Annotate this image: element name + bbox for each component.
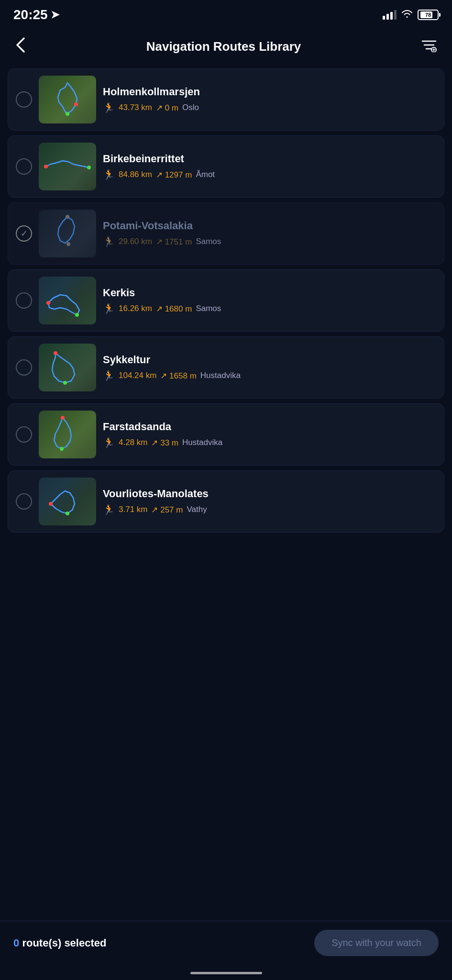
svg-point-10 (66, 215, 69, 219)
route-checkbox-1[interactable] (16, 91, 32, 108)
route-map-6 (39, 411, 96, 458)
routes-list: Holmenkollmarsjen 🏃 43.73 km ↗ 0 m Oslo … (0, 68, 452, 590)
route-map-7 (39, 478, 96, 525)
location-icon: ➤ (51, 9, 59, 21)
svg-point-14 (54, 351, 57, 355)
route-name-4: Kerkis (103, 287, 436, 299)
svg-point-11 (66, 242, 70, 246)
route-info-3: Potami-Votsalakia 🏃 29.60 km ↗ 1751 m Sa… (103, 220, 436, 247)
route-info-6: Farstadsanda 🏃 4.28 km ↗ 33 m Hustadvika (103, 421, 436, 448)
filter-button[interactable] (419, 37, 439, 57)
status-icons: 78 (383, 10, 439, 21)
route-card[interactable]: Holmenkollmarsjen 🏃 43.73 km ↗ 0 m Oslo (8, 68, 444, 131)
route-map-4 (39, 277, 96, 324)
checkmark-icon: ✓ (21, 228, 28, 239)
route-card[interactable]: Birkebeinerrittet 🏃 84.86 km ↗ 1297 m Åm… (8, 135, 444, 198)
route-map-2 (39, 143, 96, 190)
route-name-5: Sykkeltur (103, 354, 436, 366)
route-name-1: Holmenkollmarsjen (103, 86, 436, 98)
route-name-7: Vourliotes-Manolates (103, 488, 436, 500)
wifi-icon (401, 10, 413, 21)
route-info-2: Birkebeinerrittet 🏃 84.86 km ↗ 1297 m Åm… (103, 153, 436, 180)
svg-point-9 (87, 166, 91, 169)
route-card[interactable]: Kerkis 🏃 16.26 km ↗ 1680 m Samos (8, 269, 444, 332)
route-info-7: Vourliotes-Manolates 🏃 3.71 km ↗ 257 m V… (103, 488, 436, 515)
route-info-1: Holmenkollmarsjen 🏃 43.73 km ↗ 0 m Oslo (103, 86, 436, 113)
svg-point-17 (60, 447, 64, 451)
runner-icon: 🏃 (103, 504, 115, 515)
runner-icon: 🏃 (103, 236, 115, 247)
status-bar: 20:25 ➤ 78 (0, 0, 452, 27)
battery-icon: 78 (418, 10, 439, 20)
route-stats-5: 🏃 104.24 km ↗ 1658 m Hustadvika (103, 370, 436, 381)
route-checkbox-2[interactable] (16, 158, 32, 175)
route-name-2: Birkebeinerrittet (103, 153, 436, 165)
route-stats-6: 🏃 4.28 km ↗ 33 m Hustadvika (103, 437, 436, 448)
route-card[interactable]: Farstadsanda 🏃 4.28 km ↗ 33 m Hustadvika (8, 403, 444, 466)
runner-icon: 🏃 (103, 370, 115, 381)
svg-point-19 (66, 512, 69, 515)
signal-bars (383, 10, 397, 20)
status-time: 20:25 ➤ (13, 7, 59, 22)
route-checkbox-7[interactable] (16, 493, 32, 510)
route-stats-3: 🏃 29.60 km ↗ 1751 m Samos (103, 236, 436, 247)
route-checkbox-4[interactable] (16, 292, 32, 309)
route-checkbox-5[interactable] (16, 359, 32, 376)
route-name-3: Potami-Votsalakia (103, 220, 436, 232)
svg-point-6 (66, 112, 69, 116)
route-stats-4: 🏃 16.26 km ↗ 1680 m Samos (103, 303, 436, 314)
home-indicator (190, 972, 262, 974)
svg-point-13 (75, 313, 79, 317)
runner-icon: 🏃 (103, 437, 115, 448)
page-title: Navigation Routes Library (28, 39, 419, 54)
runner-icon: 🏃 (103, 169, 115, 180)
route-map-5 (39, 344, 96, 391)
route-stats-7: 🏃 3.71 km ↗ 257 m Vathy (103, 504, 436, 515)
route-checkbox-6[interactable] (16, 426, 32, 443)
route-info-4: Kerkis 🏃 16.26 km ↗ 1680 m Samos (103, 287, 436, 314)
route-checkbox-3[interactable]: ✓ (16, 225, 32, 242)
route-card[interactable]: ✓ Potami-Votsalakia 🏃 29.60 km ↗ 1751 m … (8, 202, 444, 265)
route-card[interactable]: Sykkeltur 🏃 104.24 km ↗ 1658 m Hustadvik… (8, 336, 444, 399)
route-card[interactable]: Vourliotes-Manolates 🏃 3.71 km ↗ 257 m V… (8, 470, 444, 533)
back-button[interactable] (13, 34, 28, 59)
svg-point-8 (44, 165, 48, 168)
runner-icon: 🏃 (103, 102, 115, 113)
runner-icon: 🏃 (103, 303, 115, 314)
svg-point-18 (49, 502, 53, 506)
bottom-bar: 0 route(s) selected Sync with your watch (0, 921, 452, 980)
route-map-3 (39, 210, 96, 257)
route-name-6: Farstadsanda (103, 421, 436, 433)
sync-button[interactable]: Sync with your watch (314, 930, 439, 956)
route-stats-1: 🏃 43.73 km ↗ 0 m Oslo (103, 102, 436, 113)
svg-point-16 (61, 416, 65, 420)
header: Navigation Routes Library (0, 27, 452, 68)
route-info-5: Sykkeltur 🏃 104.24 km ↗ 1658 m Hustadvik… (103, 354, 436, 381)
svg-point-15 (63, 381, 67, 385)
route-stats-2: 🏃 84.86 km ↗ 1297 m Åmot (103, 169, 436, 180)
svg-point-7 (74, 102, 78, 106)
selected-count: 0 route(s) selected (13, 937, 106, 949)
svg-point-12 (46, 301, 50, 305)
route-map-1 (39, 76, 96, 123)
